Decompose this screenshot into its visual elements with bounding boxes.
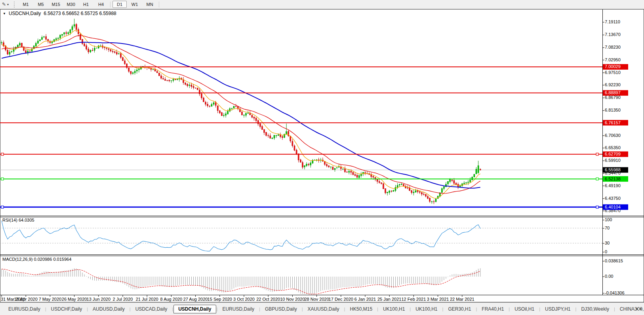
- svg-text:3 Oct 2020: 3 Oct 2020: [233, 297, 255, 302]
- timeframe-toolbar: ✎ ▾ M1M5M15M30H1H4D1W1MN: [0, 0, 644, 9]
- tab-scroll-arrows: ◂▸: [636, 307, 642, 311]
- svg-text:6.76157: 6.76157: [605, 120, 621, 125]
- svg-text:6.86790: 6.86790: [605, 95, 621, 100]
- chart-tab-10-uk100-h1[interactable]: UK100,H1: [411, 305, 442, 313]
- svg-text:6 Jan 2021: 6 Jan 2021: [354, 297, 376, 302]
- svg-text:6.65350: 6.65350: [605, 145, 621, 150]
- svg-text:6.43750: 6.43750: [605, 196, 621, 201]
- svg-text:7.08230: 7.08230: [605, 45, 621, 49]
- svg-text:13 Jun 2020: 13 Jun 2020: [87, 297, 111, 302]
- chart-tab-4-usdcnh-daily[interactable]: USDCNH,Daily: [173, 305, 216, 313]
- timeframe-button-mn[interactable]: MN: [143, 1, 157, 8]
- chart-tab-5-eurusd-daily[interactable]: EURUSD,Daily: [218, 305, 259, 313]
- chart-tab-12-fra40-h1[interactable]: FRA40,H1: [477, 305, 508, 313]
- svg-text:25 Jan 2021: 25 Jan 2021: [377, 297, 402, 302]
- svg-text:6.52138: 6.52138: [605, 176, 621, 181]
- toolbar-separator: [159, 2, 159, 8]
- draw-tool-group[interactable]: ✎ ▾: [0, 2, 11, 7]
- svg-text:22 Oct 2020: 22 Oct 2020: [256, 297, 280, 302]
- chart-symbol-label: USDCNH,Daily: [9, 11, 41, 16]
- svg-text:2 Jul 2020: 2 Jul 2020: [113, 297, 133, 302]
- chart-tab-6-gbpusd-daily[interactable]: GBPUSD,Daily: [261, 305, 301, 313]
- chevron-down-icon[interactable]: ▾: [7, 3, 9, 6]
- svg-text:6.92230: 6.92230: [605, 82, 621, 87]
- svg-text:6.55988: 6.55988: [605, 167, 621, 172]
- toolbar-separator: [110, 2, 111, 8]
- chart-tab-7-xauusd-daily[interactable]: XAUUSD,Daily: [303, 305, 344, 313]
- chart-tab-0-eurusd-daily[interactable]: EURUSD,Daily: [4, 305, 45, 313]
- svg-text:-0.041306: -0.041306: [605, 290, 625, 295]
- timeframe-button-m5[interactable]: M5: [34, 1, 48, 8]
- line-handle[interactable]: [596, 206, 598, 208]
- chart-tab-14-usdjpy-h1[interactable]: USDJPY,H1: [541, 305, 575, 313]
- svg-text:7.02950: 7.02950: [605, 57, 621, 62]
- svg-text:28 Nov 2020: 28 Nov 2020: [304, 297, 329, 302]
- timeframe-button-d1[interactable]: D1: [112, 1, 127, 8]
- chevron-left-icon[interactable]: ◂: [636, 307, 638, 311]
- chart-window[interactable]: 7.191107.136707.082307.029506.975106.922…: [0, 0, 644, 302]
- svg-text:27 Aug 2020: 27 Aug 2020: [183, 297, 208, 302]
- svg-text:26 May 2020: 26 May 2020: [62, 297, 87, 302]
- timeframe-button-w1[interactable]: W1: [128, 1, 142, 8]
- svg-text:0.038615: 0.038615: [605, 258, 623, 263]
- line-handle[interactable]: [1, 178, 4, 180]
- svg-text:6.59910: 6.59910: [605, 158, 621, 163]
- chart-tab-8-hk50-m15[interactable]: HK50,M15: [345, 305, 377, 313]
- svg-text:6.40104: 6.40104: [605, 205, 621, 209]
- price-chart-canvas[interactable]: 7.191107.136707.082307.029506.975106.922…: [0, 0, 644, 302]
- chart-tabs-bar: EURUSD,Daily|USDCHF,Daily|AUDUSD,Daily|U…: [0, 302, 644, 315]
- chart-title: ▼ USDCNH,Daily 6.56273 6.56652 6.55725 6…: [3, 11, 116, 16]
- svg-text:10 Nov 2020: 10 Nov 2020: [280, 297, 305, 302]
- svg-text:6.88897: 6.88897: [605, 90, 621, 95]
- chart-tab-15-dj30-weekly[interactable]: DJ30,Weekly: [577, 305, 613, 313]
- svg-text:7.19110: 7.19110: [605, 19, 620, 24]
- chart-tab-9-uk100-h1[interactable]: UK100,H1: [379, 305, 409, 313]
- svg-text:6.97510: 6.97510: [605, 70, 621, 75]
- chart-tab-3-usdcad-daily[interactable]: USDCAD,Daily: [131, 305, 172, 313]
- timeframe-button-m30[interactable]: M30: [64, 1, 78, 8]
- timeframe-button-m1[interactable]: M1: [19, 1, 33, 8]
- svg-text:6.49190: 6.49190: [605, 183, 621, 188]
- line-handle[interactable]: [596, 178, 598, 180]
- svg-text:7.13670: 7.13670: [605, 32, 621, 37]
- toolbar-grip-handle[interactable]: [14, 2, 16, 8]
- triangle-down-icon[interactable]: ▼: [3, 12, 6, 15]
- svg-text:7 May 2020: 7 May 2020: [39, 297, 61, 302]
- line-handle[interactable]: [596, 153, 598, 156]
- svg-text:100: 100: [605, 217, 612, 222]
- svg-text:6.70630: 6.70630: [605, 133, 621, 138]
- draw-tool-icon[interactable]: ✎: [2, 2, 6, 7]
- svg-text:22 Mar 2021: 22 Mar 2021: [450, 297, 474, 302]
- chart-tab-2-audusd-daily[interactable]: AUDUSD,Daily: [88, 305, 129, 313]
- svg-text:18 Apr 2020: 18 Apr 2020: [14, 297, 38, 302]
- svg-text:0.00: 0.00: [605, 274, 613, 279]
- svg-text:6.62709: 6.62709: [605, 152, 621, 156]
- macd-indicator-label: MACD(12,26,9) 0.020986 0.015964: [2, 257, 71, 262]
- svg-text:0: 0: [605, 249, 607, 254]
- timeframe-button-h1[interactable]: H1: [79, 1, 93, 8]
- timeframe-button-m15[interactable]: M15: [49, 1, 63, 8]
- svg-text:6.81350: 6.81350: [605, 108, 621, 112]
- svg-text:15 Sep 2020: 15 Sep 2020: [208, 297, 232, 302]
- svg-text:70: 70: [605, 226, 610, 230]
- chevron-right-icon[interactable]: ▸: [640, 307, 642, 311]
- line-handle[interactable]: [1, 153, 4, 156]
- rsi-indicator-label: RSI(14) 64.0305: [2, 218, 34, 222]
- svg-text:12 Feb 2021: 12 Feb 2021: [402, 297, 426, 302]
- svg-text:7.00029: 7.00029: [605, 64, 621, 69]
- chart-tab-13-usoil-h1[interactable]: USOil,H1: [510, 305, 539, 313]
- svg-text:8 Aug 2020: 8 Aug 2020: [160, 297, 183, 302]
- svg-text:30: 30: [605, 241, 610, 245]
- chart-tab-1-usdchf-daily[interactable]: USDCHF,Daily: [47, 305, 87, 313]
- svg-text:3 Mar 2021: 3 Mar 2021: [427, 297, 449, 302]
- svg-text:21 Jul 2020: 21 Jul 2020: [136, 297, 158, 302]
- svg-text:17 Dec 2020: 17 Dec 2020: [329, 297, 353, 302]
- timeframe-button-h4[interactable]: H4: [94, 1, 108, 8]
- line-handle[interactable]: [1, 206, 4, 208]
- chart-ohlc-values: 6.56273 6.56652 6.55725 6.55988: [44, 11, 116, 16]
- chart-tab-11-ger30-h1[interactable]: GER30,H1: [444, 305, 475, 313]
